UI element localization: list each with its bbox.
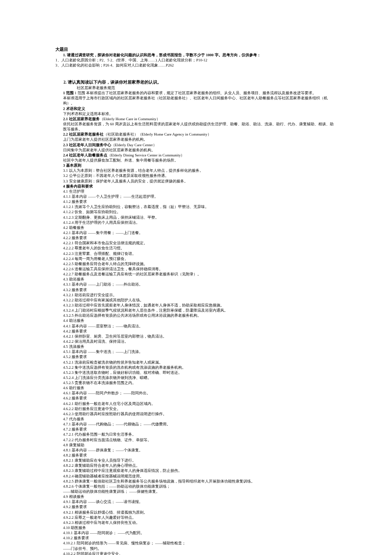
q1-text: 1. 请通过调查研究，探谈你对老龄化问题的认识和思考，形成书面报告，字数不少于 … — [63, 53, 261, 57]
l-491: 4.9.1 基本内容 ——谈心交流； ——读书读报。 — [55, 499, 337, 504]
sec-2-3a: 日间集中为居家老年人提供社区居家养老服务的机构。 — [55, 147, 337, 153]
sec-4-6: 4.6 助行服务 — [55, 385, 337, 390]
l-4521: 4.5.2.1 洗涤前应检查被洗衣物的性状并告知老年人或家属。 — [55, 360, 337, 365]
topic-heading: 大题目 — [55, 47, 337, 52]
l-442: 4.4.2 服务要求 — [55, 329, 337, 334]
sec-4-1-2: 4.1.2 服务要求 — [55, 199, 337, 204]
l-432: 4.3.2 服务要求 — [55, 287, 337, 292]
l-4422: 4.4.2.2 保洁用具及时清洗、保持清洁。 — [55, 339, 337, 344]
l-4323: 4.3.2.3 助浴过程中应首先观察老年人身体情况，如遇老年人身体不适，协助采取… — [55, 303, 337, 308]
l-472: 4.7.2 服务要求 — [55, 427, 337, 432]
l-4225: 4.2.2.5 助餐服务应符合老年人特点的无障碍设施。 — [55, 261, 337, 266]
l-4524: 4.5.2.4 上门洗涤应分类洗涤衣物并做到洗净、晾晒。 — [55, 375, 337, 380]
sec-4-7: 4.7 代办服务 — [55, 416, 337, 422]
sec-4-9: 4.9 相谈服务 — [55, 494, 337, 499]
l-41021: 4.10.2.1 陪同就诊的情形为 ——常见病、慢性病复诊； ——辅助性检查； — [55, 541, 337, 546]
sec-2a: 下列术语和定义适用本标准。 — [55, 111, 337, 116]
l-4525: 4.5.2.5 贵重衣物不在本洗涤服务范围之内。 — [55, 380, 337, 385]
q1-line-b: 3、人口老龄化的社会影响；P26 4、如何应对人口老龄化现象……P262 — [55, 63, 337, 68]
l-4621: 4.6.2.1 助行服务一般在老年人住宅小区及周边区域内。 — [55, 401, 337, 406]
l-4122: 4.1.2.2 饮食、如厕等应协助到位。 — [55, 209, 337, 214]
sec-1: 1 范围 1 范围 本标准提出了社区居家养老服务的内容和要求，规定了社区居家养老… — [55, 90, 337, 95]
l-441: 4.4.1 基本内容 ——居室整洁； ——物具清洁。 — [55, 324, 337, 329]
l-4721: 4.7.2.1 代办服务范围一般为日常生活事务。 — [55, 432, 337, 437]
l-462: 4.6.2 服务要求 — [55, 396, 337, 401]
l-4321: 4.3.2.1 助浴前应进行安全提示。 — [55, 292, 337, 298]
l-4821: 4.8.2.1 康复辅助应在专业人员指导下进行。 — [55, 458, 337, 463]
l-4622: 4.6.2.2 助行服务应注意途中安全。 — [55, 406, 337, 411]
l-4325: 4.3.2.5 外出助浴应选择有资质的公共沐浴场所或有公用沐浴设施的养老服务机构… — [55, 313, 337, 318]
sec-2-2: 2.2 社区居家养老服务社（社区助老服务社）（Elderly Home Care… — [55, 132, 337, 137]
spec-title: 社区居家养老服务规范 — [55, 85, 337, 90]
sec-4-8: 4.8 康复辅助 — [55, 442, 337, 448]
l-4124: 4.1.2.4 用于生活护理的个人用具应保持清洁。 — [55, 220, 337, 225]
l-4224: 4.2.2.4 每周一周为用餐老人预订膳食。 — [55, 256, 337, 261]
l-4623: 4.6.2.3 使用助行器具时应按照助行器具的使用说明进行操作。 — [55, 411, 337, 416]
l-471: 4.7.1 基本内容 ——代购物品； ——代领物品； ——代缴费用。 — [55, 422, 337, 427]
l-4121: 4.1.2.1 洗漱等个人卫生应协助到位，容貌整洁，衣着适度，指（趾）甲整洁、无… — [55, 204, 337, 209]
l-421: 4.2.1 基本内容 ——集中用餐； ——上门送餐。 — [55, 230, 337, 235]
l-4226: 4.2.2.6 送餐运输工具应保持清洁卫生，餐具保持稳得消毒。 — [55, 266, 337, 272]
l-4826b: ——辅助运动的肢体功能性康复训练； ——保健性康复。 — [55, 489, 337, 494]
l-4826: 4.8.2.6 个体康复一般包括：——协助运动的肢体功能康复训练； — [55, 484, 337, 489]
sec-4-2: 4.2 助餐服务 — [55, 225, 337, 230]
sec-2-4a: 社区中为老年人提供膳食加工配制、外送、集中用餐等服务的场所。 — [55, 158, 337, 163]
l-4421: 4.4.2.1 保持卧室、厨房、卫生间等居室内部整洁，物具清洁。 — [55, 334, 337, 339]
sec-1-text: 1 范围 本标准提出了社区居家养老服务的内容和要求，规定了社区居家养老服务的组织… — [75, 91, 316, 95]
l-4222: 4.2.2.2 尊重老年人的饮食生活习惯。 — [55, 246, 337, 251]
l-4322: 4.3.2.2 助浴过程中应有家属或其他陪护人在场。 — [55, 298, 337, 303]
l-452: 4.5.2 服务要求 — [55, 354, 337, 359]
sec-3-2: 3.2 公平公正原则：不因老年人个体差异采取歧视性服务待遇。 — [55, 173, 337, 178]
sec-3-1: 3.1 以人为本原则：整合社区养老服务资源，结合老年人特点，提供多样化的服务。 — [55, 168, 337, 173]
l-4922: 4.9.2.2 应尊之一般老年人兴趣爱好等特点。 — [55, 515, 337, 520]
l-4101: 4.10.1 基本内容 ——陪同就诊； ——代为配药。 — [55, 530, 337, 535]
l-4102: 4.10.2 服务要求 — [55, 535, 337, 541]
sec-2-1a: 依托社区养老服务资源，为 60 周岁及以上有生活照料需求的居家老年人提供或协助提… — [55, 121, 337, 132]
sec-2-4: 2.4 社区老年人助餐服务点（Elderly Dining Service Ce… — [55, 153, 337, 158]
l-4523: 4.5.2.3 集中送洗送取衣物时，应做好标识功能、核对准确、即时送还。 — [55, 370, 337, 375]
l-41022: 4.10.2.2 陪同就诊应注意途中安全。 — [55, 551, 337, 555]
l-492: 4.9.2 服务要求 — [55, 504, 337, 509]
l-481: 4.8.1 基本内容 ——群体康复； ——个体康复。 — [55, 448, 337, 453]
l-422: 4.2.2 服务要求 — [55, 235, 337, 240]
l-482: 4.8.2 服务要求 — [55, 453, 337, 458]
l-4223: 4.2.2.3 注意荤素、合理搭配、规律订食谱。 — [55, 251, 337, 256]
l-4324: 4.3.2.4 上门助浴时应根据季气候状况和老年人居住条件，注意防寒保暖，防暑降… — [55, 308, 337, 313]
l-4123: 4.1.2.3 定期翻身、更换床上用品，保持床铺清洁、平整。 — [55, 215, 337, 220]
sec-1b: 本标准适用于上海市行政区域内的社区居家养老服务社（社区助老服务社）、社区老年人日… — [55, 95, 337, 106]
l-4227: 4.2.2.7 助餐服务点及送餐运输工具应有统一的社区居家养老服务标识（见附录）… — [55, 272, 337, 277]
l-4825: 4.8.2.5 群体康复一般借助社区卫生和养老服务等公共服务场地设施，指导和组织… — [55, 479, 337, 484]
sec-1-range: 1 范围 — [63, 91, 74, 95]
l-461: 4.6.1 基本内容 ——陪同户外散步； ——陪同外出。 — [55, 390, 337, 396]
l-431: 4.3.1 基本内容 ——上门助浴； ——外出助浴。 — [55, 282, 337, 287]
l-4522: 4.5.2.2 集中送洗应选择有资质的洗衣机构或有洗涤设施的养老服务机构。 — [55, 365, 337, 370]
question-2: 2. 请认真阅读以下内容，谈谈你对居家养老的认识。 — [55, 80, 337, 85]
sec-4-1-1: 4.1.1 基本内容 ——个人卫生护理； ——生活起居护理。 — [55, 194, 337, 199]
sec-4-3: 4.3 助浴服务 — [55, 277, 337, 282]
l-4822: 4.8.2.2 康复辅助应符合老年人的身心理特点。 — [55, 463, 337, 468]
question-1: 1. 请通过调查研究，探谈你对老龄化问题的认识和思考，形成书面报告，字数不少于 … — [55, 52, 337, 58]
sec-2-1: 2.1 社区居家养老服务（Elderly Home Care in Commun… — [55, 116, 337, 121]
sec-2: 2 术语和定义 — [55, 106, 337, 111]
l-4823: 4.8.2.3 康复辅助过程中应注意观察老年人的身体适应情况，防止损伤。 — [55, 468, 337, 473]
spacer — [55, 68, 337, 74]
document-page: 大题目 1. 请通过调查研究，探谈你对老龄化问题的认识和思考，形成书面报告，字数… — [0, 0, 392, 555]
l-451: 4.5.1 基本内容 ——集中送洗； ——上门洗涤。 — [55, 349, 337, 354]
sec-4-1: 4.1 生活护理 — [55, 189, 337, 194]
sec-4-4: 4.4 助洁服务 — [55, 318, 337, 323]
sec-4: 4 服务内容和要求 — [55, 184, 337, 189]
sec-2-3: 2.3 社区老年人日间服务中心（Elderly Day Care Center） — [55, 142, 337, 147]
sec-3: 3 基本原则 — [55, 163, 337, 168]
l-4921: 4.9.2.1 相谈服务应以舒缓心情、排遣孤独为原则。 — [55, 510, 337, 515]
l-41021b: ——门诊挂号、预约。 — [55, 546, 337, 551]
q1-line-a: 1、人口老龄化原因分析；P2、5 2、(世界、中国、上海……) 人口老龄化现状分… — [55, 58, 337, 63]
sec-3-3: 3.3 安全健康原则：保护老年人及服务人员的安全，提供就近便捷的服务。 — [55, 179, 337, 184]
l-4923: 4.9.2.3 相谈过程中应与老年人保持良性互动。 — [55, 520, 337, 525]
sec-4-10: 4.10 助医服务 — [55, 525, 337, 530]
l-4722: 4.7.2.2 代办服务时应当面清点钱物、证件、单据等。 — [55, 437, 337, 442]
sec-2-2a: 上门为居家老年人提供社区居家养老服务的机构。 — [55, 137, 337, 142]
l-4824: 4.8.2.4 确需辅助器械者应按器械说明规范使用。 — [55, 474, 337, 479]
sec-4-5: 4.5 洗涤服务 — [55, 344, 337, 349]
l-4221: 4.2.2.1 符合国家和本市食品安全法律法规的规定。 — [55, 240, 337, 246]
